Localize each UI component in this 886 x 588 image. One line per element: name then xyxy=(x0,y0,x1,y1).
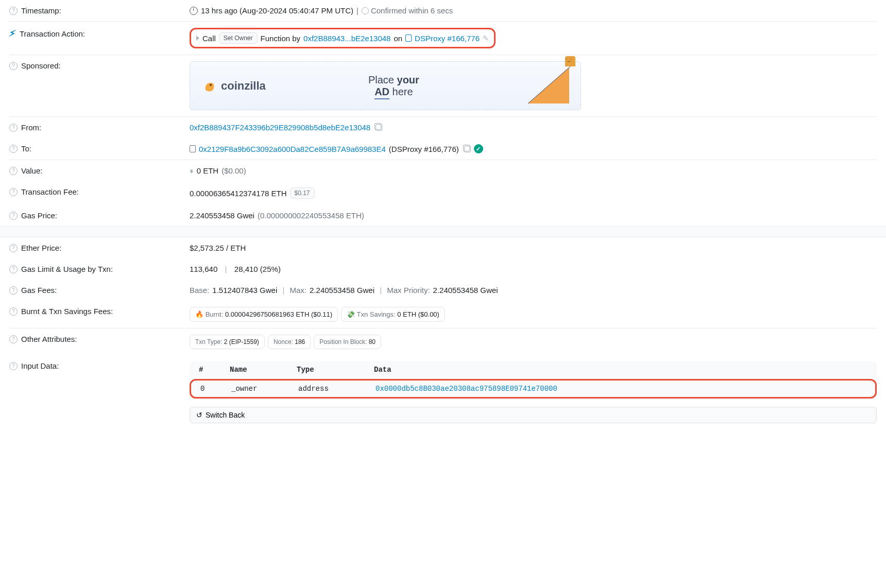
coinzilla-logo-icon xyxy=(202,79,217,93)
table-header: # Name Type Data xyxy=(190,361,877,378)
position-badge: Position In Block: 80 xyxy=(314,335,381,349)
help-icon[interactable]: ? xyxy=(9,62,18,70)
contract-icon xyxy=(405,34,412,42)
gas-fees-label: Gas Fees: xyxy=(21,286,57,295)
gas-price-eth: (0.000000002240553458 ETH) xyxy=(258,211,364,220)
max-label: Max: xyxy=(290,286,307,295)
edit-icon[interactable]: ✎ xyxy=(483,34,489,42)
to-address[interactable]: 0x2129F8a9b6C3092a600Da82Ce859B7A9a69983… xyxy=(199,145,386,153)
max-value: 2.240553458 Gwei xyxy=(310,286,374,295)
call-text: Call xyxy=(202,34,216,43)
maxp-label: Max Priority: xyxy=(387,286,430,295)
gas-fees-row: ? Gas Fees: Base: 1.512407843 Gwei | Max… xyxy=(9,280,877,301)
value-row: ? Value: ♦ 0 ETH ($0.00) xyxy=(9,160,877,181)
ad-banner[interactable]: coinzilla Place your AD here xyxy=(190,61,581,110)
timestamp-row: ? Timestamp: 13 hrs ago (Aug-20-2024 05:… xyxy=(9,0,877,21)
transaction-action-row: ⚡︎ Transaction Action: Call Set Owner Fu… xyxy=(9,22,877,55)
from-row: ? From: 0xf2B889437F243396b29E829908b5d8… xyxy=(9,117,877,138)
gas-price-row: ? Gas Price: 2.240553458 Gwei (0.0000000… xyxy=(9,205,877,226)
ad-logo-text: coinzilla xyxy=(221,79,266,93)
table-row: 0 _owner address 0x0000db5c8B030ae20308a… xyxy=(190,379,877,399)
gas-price-gwei: 2.240553458 Gwei xyxy=(190,211,254,220)
row-idx: 0 xyxy=(200,385,231,393)
help-icon[interactable]: ? xyxy=(9,7,18,15)
txn-type-badge: Txn Type: 2 (EIP-1559) xyxy=(190,335,265,349)
copy-icon[interactable] xyxy=(376,124,382,131)
to-row: ? To: 0x2129F8a9b6C3092a600Da82Ce859B7A9… xyxy=(9,138,877,160)
value-eth: 0 ETH xyxy=(197,166,219,175)
timestamp-label: Timestamp: xyxy=(21,6,61,15)
eth-price-value: $2,573.25 / ETH xyxy=(190,244,246,252)
row-data-address[interactable]: 0x0000db5c8B030ae20308ac975898E09741e700… xyxy=(376,385,866,393)
help-icon[interactable]: ? xyxy=(9,244,18,252)
gas-limit-label: Gas Limit & Usage by Txn: xyxy=(21,265,113,273)
value-label: Value: xyxy=(21,166,42,175)
ad-face-icon xyxy=(565,56,575,66)
fee-eth: 0.00006365412374178 ETH xyxy=(190,189,287,198)
help-icon[interactable]: ? xyxy=(9,362,18,370)
burnt-row: ? Burnt & Txn Savings Fees: 🔥 Burnt: 0.0… xyxy=(9,301,877,328)
bolt-icon: ⚡︎ xyxy=(9,27,17,40)
contract-link[interactable]: DSProxy #166,776 xyxy=(415,34,480,43)
input-label: Input Data: xyxy=(21,361,59,370)
value-usd: ($0.00) xyxy=(222,166,246,175)
row-type: address xyxy=(298,385,376,393)
help-icon[interactable]: ? xyxy=(9,286,18,295)
burnt-badge: 🔥 Burnt: 0.00004296750681963 ETH ($0.11) xyxy=(190,307,338,322)
row-name: _owner xyxy=(231,385,298,393)
from-link-short[interactable]: 0xf2B88943...bE2e13048 xyxy=(303,34,390,43)
input-data-table: # Name Type Data 0 _owner address 0x0000… xyxy=(190,361,877,400)
attrs-label: Other Attributes: xyxy=(21,335,77,343)
from-label: From: xyxy=(21,123,41,132)
contract-icon xyxy=(190,145,196,152)
help-icon[interactable]: ? xyxy=(9,167,18,175)
caret-right-icon xyxy=(196,36,199,41)
switch-back-button[interactable]: Switch Back xyxy=(190,407,877,423)
gas-limit-row: ? Gas Limit & Usage by Txn: 113,640 | 28… xyxy=(9,258,877,280)
maxp-value: 2.240553458 Gwei xyxy=(433,286,498,295)
to-paren: (DSProxy #166,776) xyxy=(389,145,459,153)
verified-icon: ✓ xyxy=(474,144,483,153)
input-data-row: ? Input Data: # Name Type Data 0 _owner … xyxy=(9,355,877,429)
gas-limit: 113,640 xyxy=(190,265,217,273)
fee-usd: $0.17 xyxy=(290,187,315,199)
help-icon[interactable]: ? xyxy=(9,212,18,220)
svg-point-0 xyxy=(210,84,212,86)
base-value: 1.512407843 Gwei xyxy=(212,286,277,295)
transaction-action-highlight: Call Set Owner Function by 0xf2B88943...… xyxy=(190,28,496,48)
clock-icon xyxy=(190,7,198,15)
stopwatch-icon xyxy=(362,7,369,14)
to-label: To: xyxy=(21,144,31,153)
gas-usage: 28,410 (25%) xyxy=(234,265,281,273)
eth-price-label: Ether Price: xyxy=(21,244,61,252)
help-icon[interactable]: ? xyxy=(9,307,18,316)
action-label: Transaction Action: xyxy=(20,29,85,38)
from-address[interactable]: 0xf2B889437F243396b29E829908b5d8ebE2e130… xyxy=(190,123,370,132)
help-icon[interactable]: ? xyxy=(9,335,18,343)
help-icon[interactable]: ? xyxy=(9,265,18,273)
ad-corner-art xyxy=(523,62,574,109)
help-icon[interactable]: ? xyxy=(9,124,18,132)
sponsored-row: ? Sponsored: coinzilla Place your AD her… xyxy=(9,55,877,116)
base-label: Base: xyxy=(190,286,209,295)
sponsored-label: Sponsored: xyxy=(21,61,61,70)
copy-icon[interactable] xyxy=(464,146,471,152)
burnt-label: Burnt & Txn Savings Fees: xyxy=(21,307,113,316)
eth-icon: ♦ xyxy=(190,166,194,175)
confirmed-time: Confirmed within 6 secs xyxy=(371,6,453,15)
undo-icon xyxy=(196,411,202,419)
savings-badge: 💸 Txn Savings: 0 ETH ($0.00) xyxy=(341,307,445,322)
help-icon[interactable]: ? xyxy=(9,145,18,153)
other-attrs-row: ? Other Attributes: Txn Type: 2 (EIP-155… xyxy=(9,328,877,355)
fee-label: Transaction Fee: xyxy=(21,187,79,196)
fee-row: ? Transaction Fee: 0.00006365412374178 E… xyxy=(9,181,877,205)
timestamp-value: 13 hrs ago (Aug-20-2024 05:40:47 PM UTC) xyxy=(201,6,353,15)
help-icon[interactable]: ? xyxy=(9,188,18,196)
ad-text: Place your AD here xyxy=(368,74,419,98)
on-text: on xyxy=(394,34,402,43)
eth-price-row: ? Ether Price: $2,573.25 / ETH xyxy=(9,237,877,258)
gas-price-label: Gas Price: xyxy=(21,211,57,220)
nonce-badge: Nonce: 186 xyxy=(268,335,311,349)
method-badge: Set Owner xyxy=(219,32,258,44)
function-by: Function by xyxy=(261,34,301,43)
